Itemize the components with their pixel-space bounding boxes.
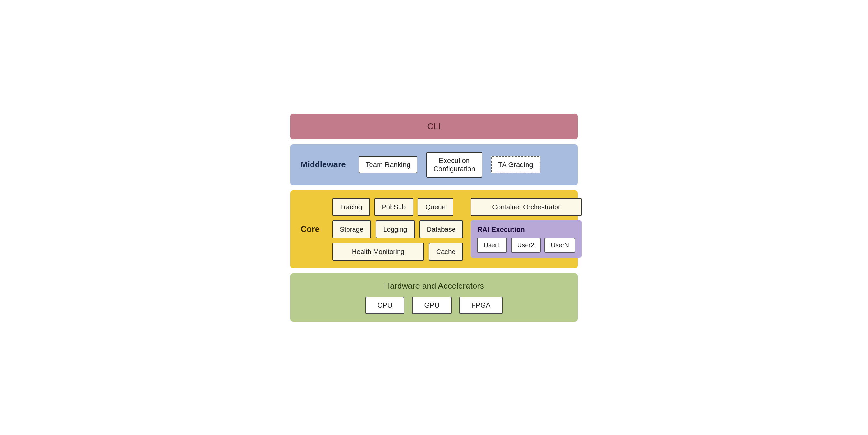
cpu-label: CPU [377,301,392,309]
usern-box: UserN [545,238,576,253]
storage-box: Storage [332,221,371,238]
cli-layer: CLI [290,114,578,139]
fpga-box: FPGA [459,297,503,314]
storage-label: Storage [340,226,364,233]
core-layer: Core Tracing PubSub Queue Sto [290,190,578,268]
team-ranking-label: Team Ranking [366,161,411,169]
core-row-1: Tracing PubSub Queue [332,198,463,216]
gpu-box: GPU [412,297,452,314]
core-right: Container Orchestrator RAI Execution Use… [471,198,582,261]
database-label: Database [427,226,456,233]
user1-label: User1 [484,241,500,249]
user2-box: User2 [511,238,540,253]
user2-label: User2 [517,241,534,249]
pubsub-box: PubSub [374,198,413,216]
team-ranking-box: Team Ranking [359,156,418,173]
execution-configuration-label: ExecutionConfiguration [433,156,475,173]
rai-execution-box: RAI Execution User1 User2 UserN [471,221,582,258]
architecture-diagram: CLI Middleware Team Ranking ExecutionCon… [290,114,578,322]
middleware-layer: Middleware Team Ranking ExecutionConfigu… [290,144,578,185]
core-left: Tracing PubSub Queue Storage Logging [332,198,463,261]
hardware-label: Hardware and Accelerators [384,281,484,291]
tracing-box: Tracing [332,198,370,216]
queue-label: Queue [425,203,445,210]
ta-grading-box: TA Grading [491,156,540,173]
ta-grading-label: TA Grading [498,161,533,169]
cache-label: Cache [436,248,456,255]
container-orchestrator-box: Container Orchestrator [471,198,582,216]
logging-box: Logging [376,221,415,238]
core-content: Tracing PubSub Queue Storage Logging [332,198,582,261]
cpu-box: CPU [365,297,404,314]
user1-box: User1 [477,238,507,253]
tracing-label: Tracing [340,203,362,210]
container-orchestrator-label: Container Orchestrator [492,203,560,210]
pubsub-label: PubSub [382,203,406,210]
health-monitoring-label: Health Monitoring [352,248,405,255]
queue-box: Queue [418,198,453,216]
execution-configuration-box: ExecutionConfiguration [426,152,482,178]
gpu-label: GPU [424,301,439,309]
usern-label: UserN [551,241,569,249]
hardware-layer: Hardware and Accelerators CPU GPU FPGA [290,273,578,322]
database-box: Database [419,221,463,238]
health-monitoring-box: Health Monitoring [332,243,424,261]
rai-users: User1 User2 UserN [477,238,575,253]
cli-label: CLI [427,121,441,132]
core-row-3: Health Monitoring Cache [332,243,463,261]
core-title: Core [301,224,319,234]
cache-box: Cache [429,243,463,261]
middleware-title: Middleware [301,160,346,170]
middleware-boxes: Team Ranking ExecutionConfiguration TA G… [359,152,540,178]
hardware-boxes: CPU GPU FPGA [365,297,503,314]
rai-execution-title: RAI Execution [477,226,575,234]
fpga-label: FPGA [471,301,491,309]
logging-label: Logging [383,226,407,233]
core-row-2: Storage Logging Database [332,221,463,238]
